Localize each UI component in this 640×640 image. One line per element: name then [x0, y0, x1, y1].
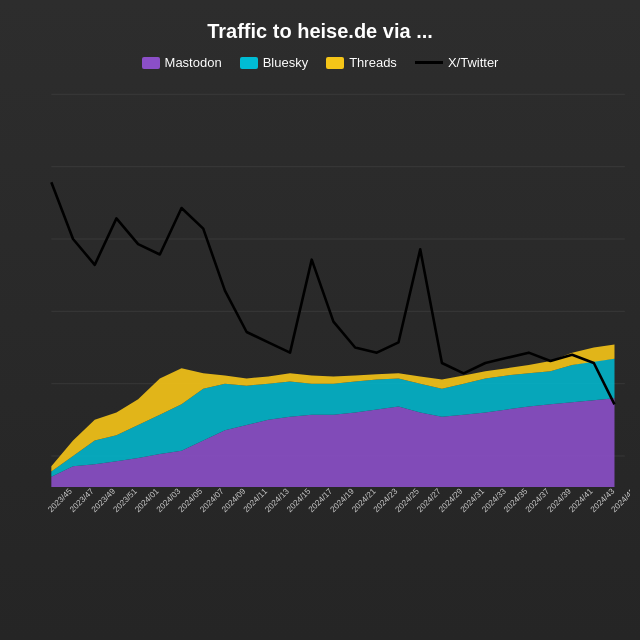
threads-label: Threads	[349, 55, 397, 70]
legend-xtwitter: X/Twitter	[415, 55, 499, 70]
legend-bluesky: Bluesky	[240, 55, 309, 70]
legend-mastodon: Mastodon	[142, 55, 222, 70]
legend: Mastodon Bluesky Threads X/Twitter	[10, 55, 630, 70]
chart-svg: 2023/45 2023/47 2023/49 2023/51 2024/01 …	[10, 84, 630, 528]
legend-threads: Threads	[326, 55, 397, 70]
x-axis-labels: 2023/45 2023/47 2023/49 2023/51 2024/01 …	[46, 487, 630, 515]
mastodon-swatch	[142, 57, 160, 69]
chart-title: Traffic to heise.de via ...	[10, 20, 630, 43]
xtwitter-line-swatch	[415, 61, 443, 64]
mastodon-label: Mastodon	[165, 55, 222, 70]
threads-swatch	[326, 57, 344, 69]
xtwitter-label: X/Twitter	[448, 55, 499, 70]
chart-container: Traffic to heise.de via ... Mastodon Blu…	[0, 0, 640, 640]
bluesky-swatch	[240, 57, 258, 69]
bluesky-label: Bluesky	[263, 55, 309, 70]
